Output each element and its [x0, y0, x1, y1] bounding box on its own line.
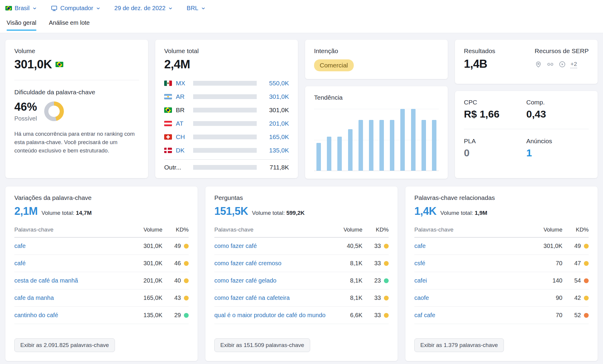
link-icon[interactable]	[547, 61, 554, 68]
currency-select-label: BRL	[187, 5, 198, 12]
keyword-link[interactable]: csfé	[414, 260, 530, 267]
country-row: CH 165,0K	[164, 130, 289, 144]
table-total: Volume total: 14,7M	[41, 210, 92, 216]
country-volume-link[interactable]: 135,0K	[257, 147, 289, 154]
table-count: 2,1M	[14, 205, 38, 218]
chevron-down-icon	[32, 6, 37, 11]
keyword-link[interactable]: cafe	[14, 243, 130, 249]
kd-dot	[384, 244, 389, 249]
mexico-flag-icon	[164, 81, 172, 86]
keyword-link[interactable]: café	[14, 260, 130, 267]
kd-donut	[44, 101, 64, 121]
kd-cell: 29	[162, 312, 189, 319]
intent-title: Intenção	[314, 47, 439, 55]
other-countries-row: Outr... 711,8K	[164, 159, 289, 173]
country-code-link[interactable]: CH	[176, 133, 193, 141]
keyword-link[interactable]: caofe	[414, 294, 530, 301]
table-count: 151,5K	[214, 205, 248, 218]
serp-more-link[interactable]: +2	[570, 61, 577, 68]
related-keywords-card: Palavras-chave relacionadas 1,4K Volume …	[405, 186, 598, 361]
volume-title: Volume	[14, 47, 139, 55]
keyword-link[interactable]: como fazer café	[214, 243, 330, 249]
country-select[interactable]: Brasil	[5, 5, 37, 12]
country-code-link[interactable]: DK	[176, 147, 193, 154]
kd-title: Dificuldade da palavra-chave	[14, 89, 139, 96]
kd-dot	[184, 296, 189, 300]
volume-cell: 70	[530, 312, 562, 319]
pla-label: PLA	[464, 138, 526, 145]
show-all-keywords-button[interactable]: Exibir as 1.379 palavras-chave	[414, 338, 504, 352]
keyword-link[interactable]: como fazer café na cafeteira	[214, 294, 330, 301]
table-row: como fazer café gelado 8,1K 23	[214, 272, 389, 289]
kd-dot	[184, 313, 189, 318]
currency-select[interactable]: BRL	[187, 5, 206, 12]
country-volume-link[interactable]: 550,0K	[257, 80, 289, 87]
volume-bar-track	[193, 148, 257, 153]
intent-card: Intenção Comercial	[305, 40, 448, 79]
desktop-icon	[51, 5, 58, 12]
table-header: Palavras-chave Volume KD%	[214, 226, 389, 237]
cpc-value: R$ 1,66	[464, 108, 526, 120]
volume-cell: 8,1K	[330, 277, 362, 284]
tab-analise-em-lote[interactable]: Análise em lote	[49, 19, 90, 31]
ads-value-link[interactable]: 1	[526, 147, 589, 159]
serp-features-title: Recursos de SERP	[535, 47, 589, 55]
country-volume-link[interactable]: 201,0K	[257, 120, 289, 127]
show-all-keywords-button[interactable]: Exibir as 151.509 palavras-chave	[214, 338, 310, 352]
keyword-link[interactable]: como fazer café cremoso	[214, 260, 330, 267]
chevron-down-icon	[168, 6, 173, 11]
kd-cell: 33	[362, 243, 389, 249]
kd-dot	[184, 261, 189, 266]
table-count: 1,4K	[414, 205, 436, 218]
volume-cell: 6,6K	[330, 312, 362, 319]
location-pin-icon[interactable]	[535, 61, 542, 68]
argentina-flag-icon	[164, 94, 172, 99]
keyword-link[interactable]: cesta de café da manhã	[14, 277, 130, 284]
country-code-link[interactable]: MX	[176, 80, 193, 87]
kd-dot	[584, 244, 589, 249]
trend-chart	[314, 109, 439, 171]
device-select[interactable]: Computador	[51, 5, 101, 12]
kd-cell: 23	[362, 277, 389, 284]
show-all-keywords-button[interactable]: Exibir as 2.091.825 palavras-chave	[14, 338, 115, 352]
country-code-link[interactable]: AT	[176, 120, 193, 127]
keyword-link[interactable]: cafei	[414, 277, 530, 284]
keyword-link[interactable]: como fazer café gelado	[214, 277, 330, 284]
country-row: AR 301,0K	[164, 90, 289, 103]
kd-cell: 40	[162, 277, 189, 284]
table-total: Volume total: 1,9M	[440, 210, 487, 216]
kd-cell: 49	[162, 243, 189, 249]
tabs-bar: Visão geral Análise em lote	[5, 19, 598, 31]
volume-bar-track	[193, 94, 257, 99]
volume-bar-track	[193, 108, 257, 112]
volume-cell: 8,1K	[330, 294, 362, 301]
keyword-link[interactable]: cafe	[414, 243, 530, 249]
table-row: csfé 70 47	[414, 255, 589, 272]
date-select[interactable]: 29 de dez. de 2022	[114, 5, 173, 12]
volume-cell: 165,0K	[130, 294, 162, 301]
volume-bar-track	[193, 121, 257, 126]
keyword-link[interactable]: qual é o maior produtor de café do mundo	[214, 312, 330, 319]
chevron-down-icon	[96, 6, 101, 11]
kd-dot	[384, 296, 389, 300]
table-row: cesta de café da manhã 201,0K 40	[14, 272, 189, 289]
keyword-link[interactable]: cafe da manha	[14, 294, 130, 301]
kd-cell: 49	[562, 243, 589, 249]
trend-card: Tendência	[305, 86, 448, 179]
volume-cell: 90	[530, 294, 562, 301]
table-row: cafe 301,0K 49	[14, 237, 189, 255]
video-play-icon[interactable]	[559, 61, 566, 68]
keyword-link[interactable]: caf cafe	[414, 312, 530, 319]
questions-card: Perguntas 151,5K Volume total: 599,2K Pa…	[205, 186, 398, 361]
kd-cell: 33	[362, 260, 389, 267]
country-volume-link[interactable]: 165,0K	[257, 133, 289, 141]
table-row: como fazer café na cafeteira 8,1K 33	[214, 289, 389, 307]
table-header: Palavras-chave Volume KD%	[414, 226, 589, 237]
country-volume-link[interactable]: 301,0K	[257, 93, 289, 100]
results-value: 1,4B	[464, 58, 487, 70]
country-code-link[interactable]: AR	[176, 93, 193, 100]
keyword-link[interactable]: cantinho do café	[14, 312, 130, 319]
volume-cell: 135,0K	[130, 312, 162, 319]
tab-visao-geral[interactable]: Visão geral	[7, 19, 36, 31]
table-row: caf cafe 70 52	[414, 307, 589, 324]
